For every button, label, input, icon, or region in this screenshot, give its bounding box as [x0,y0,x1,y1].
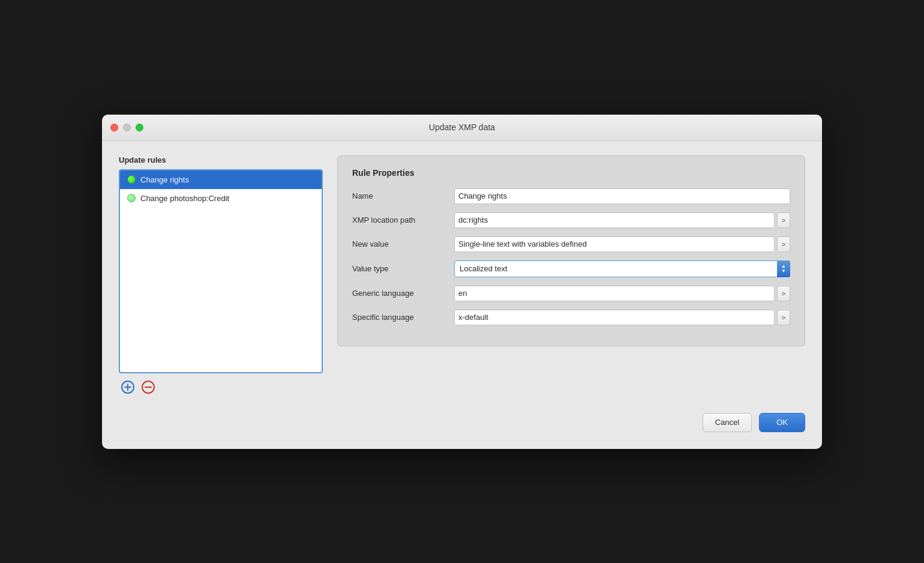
titlebar: Update XMP data [102,115,822,141]
specific-lang-label: Specific language [352,313,454,322]
name-label: Name [352,191,454,200]
rules-list: Change rights Change photoshop:Credit [119,169,323,373]
new-value-arrow-button[interactable]: > [777,236,790,252]
specific-lang-field-row: Specific language > [352,310,790,325]
add-rule-button[interactable] [119,378,137,396]
value-type-input-group: Localized text Plain text ▲ ▼ [454,260,790,277]
new-value-label: New value [352,239,454,248]
specific-lang-input[interactable] [454,310,775,325]
value-type-label: Value type [352,264,454,273]
specific-lang-arrow-button[interactable]: > [777,310,790,325]
generic-lang-label: Generic language [352,289,454,298]
update-rules-title: Update rules [119,155,323,164]
rule-properties-panel: Rule Properties Name XMP location path [337,155,805,346]
generic-lang-input[interactable] [454,286,775,301]
add-icon [121,380,135,394]
generic-lang-field-row: Generic language > [352,286,790,301]
close-button[interactable] [110,124,118,131]
xmp-field-row: XMP location path > [352,212,790,228]
rule-status-dot-2 [127,194,136,202]
rule-properties-title: Rule Properties [352,168,790,178]
ok-button[interactable]: OK [759,413,805,432]
remove-rule-button[interactable] [139,378,157,396]
value-type-field-row: Value type Localized text Plain text ▲ ▼ [352,260,790,277]
bottom-actions: Cancel OK [119,411,805,432]
main-layout: Update rules Change rights Change photos… [119,155,805,396]
cancel-button[interactable]: Cancel [703,413,752,432]
rule-label-1: Change rights [140,175,189,184]
generic-lang-arrow-button[interactable]: > [777,286,790,301]
rule-status-dot-1 [127,175,136,184]
new-value-field-row: New value > [352,236,790,252]
right-panel: Rule Properties Name XMP location path [337,155,805,396]
rule-label-2: Change photoshop:Credit [140,194,229,203]
name-input-group [454,188,790,204]
specific-lang-input-group: > [454,310,790,325]
rule-item-change-rights[interactable]: Change rights [120,170,322,189]
traffic-lights [110,124,143,131]
xmp-label: XMP location path [352,215,454,224]
xmp-input[interactable] [454,212,775,228]
maximize-button[interactable] [136,124,143,131]
left-panel: Update rules Change rights Change photos… [119,155,323,396]
window-title: Update XMP data [429,122,495,132]
value-type-select-wrapper: Localized text Plain text ▲ ▼ [454,260,790,277]
xmp-arrow-button[interactable]: > [777,212,790,228]
window-content: Update rules Change rights Change photos… [102,141,822,449]
xmp-input-group: > [454,212,790,228]
new-value-input[interactable] [454,236,775,252]
list-buttons [119,378,323,396]
name-field-row: Name [352,188,790,204]
main-window: Update XMP data Update rules Change righ… [102,115,822,449]
name-input[interactable] [454,188,790,204]
generic-lang-input-group: > [454,286,790,301]
value-type-select[interactable]: Localized text Plain text [454,260,790,277]
new-value-input-group: > [454,236,790,252]
remove-icon [141,380,155,394]
rule-item-change-photoshop[interactable]: Change photoshop:Credit [120,189,322,208]
minimize-button[interactable] [123,124,131,131]
